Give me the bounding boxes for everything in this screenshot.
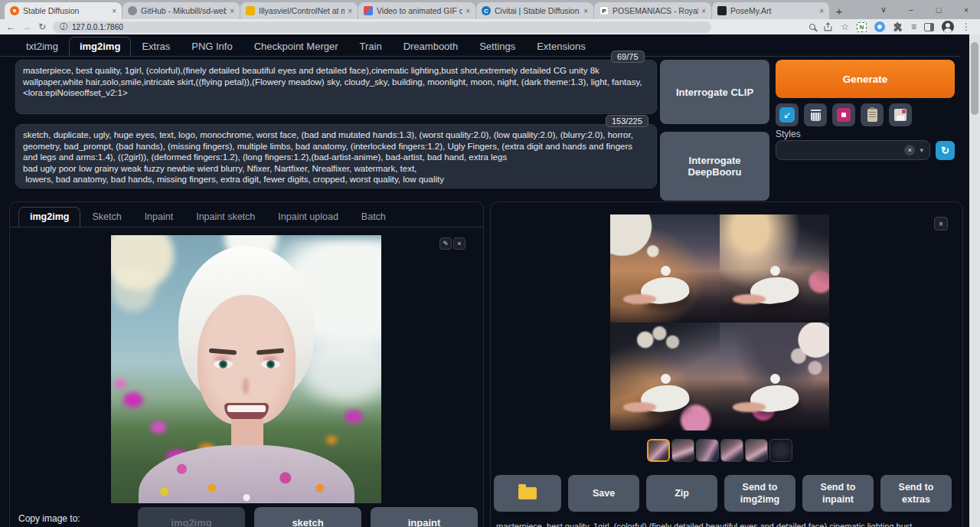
posemaniacs-favicon: P — [599, 6, 609, 15]
sidebar-icon[interactable] — [924, 23, 934, 31]
tab-close-icon[interactable]: × — [701, 7, 706, 15]
tab-checkpoint-merger[interactable]: Checkpoint Merger — [243, 37, 349, 57]
tab-close-icon[interactable]: × — [348, 7, 352, 15]
tab-png-info[interactable]: PNG Info — [181, 37, 243, 57]
send-to-inpaint-button[interactable]: Send to inpaint — [802, 475, 874, 512]
browser-tab-posemaniacs[interactable]: P POSEMANIACS - Royalty free 3 × — [594, 2, 711, 19]
tab-dreambooth[interactable]: Dreambooth — [393, 37, 469, 57]
gif-converter-favicon — [364, 6, 373, 15]
tab-search-icon[interactable]: ∨ — [870, 5, 897, 15]
send-to-img2img-button[interactable]: Send to img2img — [724, 475, 795, 512]
menu-dots-icon[interactable]: ⋮ — [962, 21, 971, 32]
civitai-favicon: C — [482, 6, 491, 15]
tab-close-icon[interactable]: × — [112, 7, 116, 15]
stable-diffusion-favicon — [10, 6, 19, 15]
browser-tab-gif-converter[interactable]: Video to animated GIF converter × — [358, 2, 475, 19]
tab-txt2img[interactable]: txt2img — [15, 37, 69, 57]
browser-tab-stable-diffusion[interactable]: Stable Diffusion × — [5, 2, 122, 19]
floppy-save-icon — [894, 109, 906, 121]
new-tab-button[interactable]: + — [830, 2, 848, 19]
share-icon[interactable] — [823, 22, 833, 32]
tab-inpaint-upload[interactable]: Inpaint upload — [266, 207, 350, 227]
window-controls: ∨ − □ × — [870, 0, 980, 19]
thumbnail-4[interactable] — [720, 439, 743, 462]
tab-close-icon[interactable]: × — [583, 7, 588, 15]
send-to-extras-button[interactable]: Send to extras — [880, 475, 952, 512]
generate-button[interactable]: Generate — [776, 60, 955, 98]
tab-title: Illyasviel/ControlNet at main — [259, 6, 345, 15]
browser-toolbar: ← → ↻ ⓘ 127.0.0.1:7860 ☆ N ≡ ⋮ — [0, 19, 980, 34]
meadow-flower — [345, 410, 363, 424]
reading-list-icon[interactable]: ≡ — [911, 21, 916, 32]
scrollbar-thumb[interactable] — [971, 42, 978, 115]
gallery-close-button[interactable]: × — [934, 217, 948, 231]
folder-icon — [518, 487, 537, 499]
address-bar[interactable]: ⓘ 127.0.0.1:7860 — [53, 21, 711, 33]
tab-extras[interactable]: Extras — [131, 37, 181, 57]
interrogate-clip-button[interactable]: Interrogate CLIP — [660, 60, 769, 124]
thumbnail-1-selected[interactable] — [647, 439, 670, 462]
forward-icon[interactable]: → — [22, 21, 31, 32]
thumbnail-2[interactable] — [671, 439, 694, 462]
tab-batch[interactable]: Batch — [350, 207, 397, 227]
clear-styles-icon[interactable]: × — [904, 145, 915, 155]
zoom-icon[interactable] — [809, 24, 815, 30]
tab-img2img-mode[interactable]: img2img — [18, 207, 80, 227]
tab-sketch[interactable]: Sketch — [80, 207, 132, 227]
save-button[interactable]: Save — [568, 475, 639, 512]
back-icon[interactable]: ← — [6, 21, 15, 32]
negative-prompt-input[interactable]: sketch, duplicate, ugly, huge eyes, text… — [15, 124, 657, 188]
minimize-icon[interactable]: − — [897, 5, 925, 15]
browser-tab-posemyart[interactable]: PoseMy.Art × — [712, 2, 829, 19]
thumbnail-5[interactable] — [745, 439, 768, 462]
browser-tab-strip: Stable Diffusion × GitHub - Mikubill/sd-… — [0, 0, 980, 19]
close-window-icon[interactable]: × — [952, 5, 980, 15]
img2img-source-image[interactable] — [111, 235, 381, 503]
extra-networks-button[interactable] — [832, 103, 855, 126]
clear-prompt-button[interactable] — [804, 103, 827, 126]
n-extension-icon[interactable]: N — [857, 22, 867, 32]
tab-train[interactable]: Train — [349, 37, 393, 57]
reload-icon[interactable]: ↻ — [38, 21, 46, 32]
refresh-styles-button[interactable]: ↻ — [936, 141, 955, 160]
tab-title: POSEMANIACS - Royalty free 3 — [612, 6, 698, 15]
trash-icon — [811, 110, 821, 121]
thumbnail-3[interactable] — [696, 439, 719, 462]
tab-title: Video to animated GIF converter — [377, 6, 462, 15]
interrogate-deepbooru-button[interactable]: Interrogate DeepBooru — [660, 132, 769, 201]
save-style-button[interactable] — [889, 103, 912, 126]
tab-close-icon[interactable]: × — [230, 7, 234, 15]
tab-settings[interactable]: Settings — [469, 37, 526, 57]
styles-dropdown[interactable]: × ▾ — [776, 140, 930, 160]
edit-image-button[interactable]: ✎ — [439, 237, 452, 250]
blue-extension-icon[interactable] — [874, 21, 885, 32]
negative-prompt-token-counter: 153/225 — [606, 115, 648, 127]
paste-params-button[interactable]: ↙ — [776, 103, 799, 126]
maximize-icon[interactable]: □ — [925, 5, 952, 15]
open-folder-button[interactable] — [494, 475, 561, 512]
bookmark-star-icon[interactable]: ☆ — [841, 21, 849, 32]
browser-tab-civitai[interactable]: C Civitai | Stable Diffusion models × — [476, 2, 593, 19]
copy-to-inpaint-button[interactable]: inpaint — [371, 507, 478, 527]
zip-button[interactable]: Zip — [646, 475, 717, 512]
tab-extensions[interactable]: Extensions — [526, 37, 596, 57]
profile-avatar[interactable] — [942, 21, 954, 33]
teeth — [227, 405, 266, 412]
extensions-puzzle-icon[interactable] — [893, 21, 903, 32]
thumbnail-6[interactable] — [769, 439, 792, 462]
tab-inpaint-sketch[interactable]: Inpaint sketch — [185, 207, 266, 227]
browser-tab-controlnet[interactable]: Illyasviel/ControlNet at main × — [240, 2, 358, 19]
site-info-icon[interactable]: ⓘ — [60, 21, 67, 32]
prompt-input[interactable]: masterpiece, best quality, 1girl, (color… — [15, 60, 657, 114]
remove-image-button[interactable]: × — [453, 237, 466, 250]
output-gallery-image[interactable] — [610, 214, 829, 430]
page-scrollbar[interactable] — [969, 34, 980, 527]
browser-tab-github[interactable]: GitHub - Mikubill/sd-webui-con × — [122, 2, 240, 19]
apply-style-button[interactable] — [861, 103, 884, 126]
tab-inpaint[interactable]: Inpaint — [133, 207, 185, 227]
tab-close-icon[interactable]: × — [819, 7, 824, 15]
posemyart-favicon — [717, 6, 727, 15]
tab-close-icon[interactable]: × — [466, 7, 470, 15]
tab-img2img[interactable]: img2img — [69, 37, 131, 57]
copy-to-sketch-button[interactable]: sketch — [254, 507, 361, 527]
